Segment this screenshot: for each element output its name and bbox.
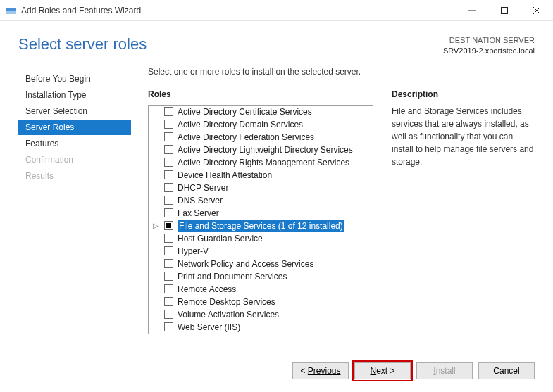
svg-rect-1 bbox=[6, 11, 16, 14]
role-label: Host Guardian Service bbox=[178, 233, 263, 244]
role-label: Active Directory Domain Services bbox=[178, 119, 303, 130]
role-checkbox[interactable] bbox=[164, 297, 173, 306]
role-label: File and Storage Services (1 of 12 insta… bbox=[178, 220, 344, 232]
expand-icon[interactable]: ▷ bbox=[151, 220, 160, 232]
role-label: Network Policy and Access Services bbox=[178, 258, 313, 270]
role-row[interactable]: Remote Desktop Services bbox=[149, 296, 373, 308]
window-title: Add Roles and Features Wizard bbox=[21, 6, 141, 15]
role-checkbox[interactable] bbox=[164, 158, 173, 167]
next-button[interactable]: Next > bbox=[354, 362, 411, 379]
nav-item-before-you-begin[interactable]: Before You Begin bbox=[18, 71, 131, 87]
role-row[interactable]: Active Directory Domain Services bbox=[149, 118, 373, 131]
role-label: Device Health Attestation bbox=[178, 170, 272, 181]
description-label: Description bbox=[392, 89, 535, 99]
instruction-text: Select one or more roles to install on t… bbox=[148, 67, 535, 77]
svg-rect-3 bbox=[502, 7, 508, 13]
role-checkbox[interactable] bbox=[164, 322, 173, 331]
nav-item-server-selection[interactable]: Server Selection bbox=[18, 103, 131, 119]
minimize-button[interactable] bbox=[456, 0, 488, 21]
role-label: Volume Activation Services bbox=[178, 309, 279, 320]
role-checkbox[interactable] bbox=[164, 246, 173, 255]
role-row[interactable]: Volume Activation Services bbox=[149, 308, 373, 321]
role-checkbox[interactable] bbox=[164, 310, 173, 319]
nav-item-server-roles[interactable]: Server Roles bbox=[18, 120, 131, 135]
window-controls bbox=[456, 0, 553, 21]
destination-server: DESTINATION SERVER SRV2019-2.xpertstec.l… bbox=[443, 35, 535, 57]
role-label: Active Directory Federation Services bbox=[178, 132, 314, 143]
role-checkbox[interactable] bbox=[164, 272, 173, 281]
destination-label: DESTINATION SERVER bbox=[443, 35, 535, 46]
roles-label: Roles bbox=[148, 89, 373, 99]
role-label: Hyper-V bbox=[178, 246, 209, 257]
role-row[interactable]: Print and Document Services bbox=[149, 270, 373, 283]
wizard-nav: Before You BeginInstallation TypeServer … bbox=[18, 65, 131, 347]
role-row[interactable]: Fax Server bbox=[149, 207, 373, 220]
role-label: Active Directory Certificate Services bbox=[178, 106, 312, 118]
role-row[interactable]: Web Server (IIS) bbox=[149, 321, 373, 334]
role-checkbox[interactable] bbox=[164, 196, 173, 205]
nav-item-confirmation: Confirmation bbox=[18, 152, 131, 167]
cancel-button[interactable]: Cancel bbox=[478, 362, 535, 379]
role-row[interactable]: ▷File and Storage Services (1 of 12 inst… bbox=[149, 220, 373, 232]
role-row[interactable]: Hyper-V bbox=[149, 245, 373, 258]
nav-item-installation-type[interactable]: Installation Type bbox=[18, 87, 131, 103]
role-checkbox[interactable] bbox=[164, 284, 173, 293]
role-checkbox[interactable] bbox=[164, 170, 173, 179]
role-label: Remote Access bbox=[178, 284, 236, 295]
role-row[interactable]: Windows Deployment Services bbox=[149, 334, 373, 334]
role-checkbox[interactable] bbox=[164, 132, 173, 141]
footer-buttons: < Previous Next > Install Cancel bbox=[292, 362, 535, 379]
role-label: Active Directory Lightweight Directory S… bbox=[178, 144, 353, 156]
role-row[interactable]: Host Guardian Service bbox=[149, 232, 373, 245]
role-label: DHCP Server bbox=[178, 182, 228, 194]
role-row[interactable]: Active Directory Lightweight Directory S… bbox=[149, 144, 373, 156]
main-panel: Select one or more roles to install on t… bbox=[131, 65, 535, 347]
role-checkbox[interactable] bbox=[164, 145, 173, 154]
role-checkbox[interactable] bbox=[164, 120, 173, 129]
role-label: Remote Desktop Services bbox=[178, 296, 275, 308]
description-text: File and Storage Services includes servi… bbox=[392, 105, 535, 168]
roles-listbox[interactable]: Active Directory Certificate ServicesAct… bbox=[148, 105, 373, 334]
destination-value: SRV2019-2.xpertstec.local bbox=[443, 46, 535, 56]
nav-item-features[interactable]: Features bbox=[18, 136, 131, 151]
role-checkbox[interactable] bbox=[164, 234, 173, 243]
role-checkbox[interactable] bbox=[164, 208, 173, 217]
role-label: Fax Server bbox=[178, 208, 219, 219]
role-label: DNS Server bbox=[178, 195, 223, 206]
role-row[interactable]: Remote Access bbox=[149, 283, 373, 296]
role-label: Web Server (IIS) bbox=[178, 322, 240, 333]
role-checkbox[interactable] bbox=[164, 221, 173, 230]
nav-item-results: Results bbox=[18, 168, 131, 184]
role-row[interactable]: DNS Server bbox=[149, 194, 373, 207]
close-button[interactable] bbox=[521, 0, 553, 21]
header: Select server roles DESTINATION SERVER S… bbox=[0, 21, 553, 65]
previous-button[interactable]: < Previous bbox=[292, 362, 349, 379]
maximize-button[interactable] bbox=[488, 0, 521, 21]
role-row[interactable]: Network Policy and Access Services bbox=[149, 258, 373, 270]
role-row[interactable]: Device Health Attestation bbox=[149, 169, 373, 182]
role-row[interactable]: Active Directory Certificate Services bbox=[149, 106, 373, 118]
role-checkbox[interactable] bbox=[164, 183, 173, 192]
role-label: Active Directory Rights Management Servi… bbox=[178, 157, 349, 168]
role-row[interactable]: Active Directory Federation Services bbox=[149, 131, 373, 144]
role-row[interactable]: DHCP Server bbox=[149, 182, 373, 194]
install-button[interactable]: Install bbox=[416, 362, 473, 379]
role-label: Print and Document Services bbox=[178, 271, 287, 282]
svg-rect-0 bbox=[6, 8, 16, 11]
role-checkbox[interactable] bbox=[164, 259, 173, 268]
role-checkbox[interactable] bbox=[164, 107, 173, 116]
role-row[interactable]: Active Directory Rights Management Servi… bbox=[149, 156, 373, 169]
app-icon bbox=[6, 5, 17, 16]
titlebar: Add Roles and Features Wizard bbox=[0, 0, 553, 21]
page-title: Select server roles bbox=[18, 35, 147, 53]
